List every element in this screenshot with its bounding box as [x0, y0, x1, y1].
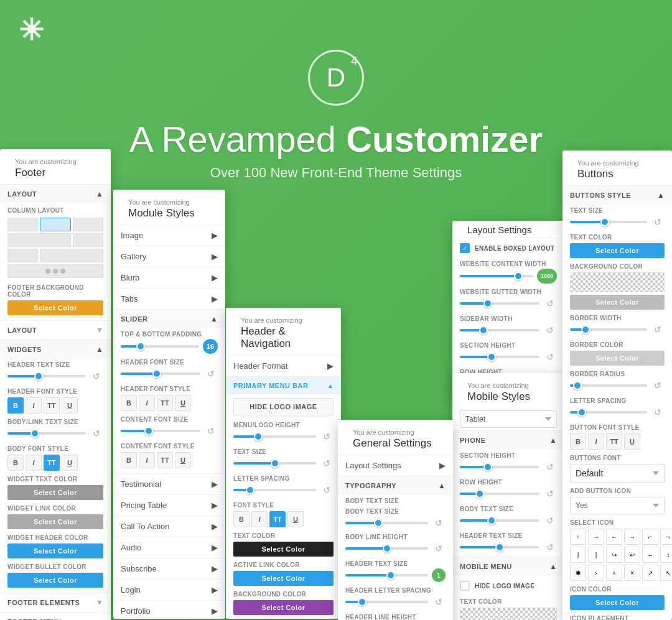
menu-logo-height-reset[interactable]: ↺ [320, 430, 334, 443]
general-typography-section[interactable]: Typography ▲ [338, 476, 453, 495]
body-font-btn-italic[interactable]: I [26, 455, 42, 471]
icon-arrow-up[interactable]: ↑ [570, 529, 586, 545]
header-nav-text-size-reset[interactable]: ↺ [320, 456, 334, 470]
icon-horiz-arr[interactable]: ↔ [642, 547, 658, 563]
module-content-font-size-reset[interactable]: ↺ [204, 424, 218, 438]
buttons-border-radius-slider[interactable] [570, 384, 647, 387]
font-btn-tt[interactable]: TT [44, 397, 60, 414]
header-nav-letter-spacing-slider[interactable] [233, 489, 316, 491]
buttons-letter-spacing-reset[interactable]: ↺ [651, 405, 665, 419]
add-button-icon-select[interactable]: Yes [570, 497, 665, 514]
btn-font-btn-bold[interactable]: B [570, 433, 586, 450]
btn-font-btn-u[interactable]: U [624, 433, 640, 450]
module-font-btn-bold[interactable]: B [121, 395, 137, 411]
buttons-border-width-reset[interactable]: ↺ [651, 323, 665, 336]
website-gutter-width-reset[interactable]: ↺ [543, 297, 557, 310]
footer-menu-section[interactable]: Footer Menu ▼ [0, 612, 111, 620]
footer-layout2-section[interactable]: Layout ▼ [0, 320, 111, 340]
icon-cross[interactable]: × [624, 565, 640, 581]
mobile-row-height-slider[interactable] [460, 493, 539, 495]
buttons-bg-color-btn[interactable]: Select Color [570, 295, 665, 310]
icon-angle-left[interactable]: ¬ [660, 529, 672, 545]
general-header-text-size-slider[interactable] [345, 574, 428, 576]
body-font-btn-tt[interactable]: TT [44, 455, 60, 471]
layout-section-height-reset[interactable]: ↺ [543, 350, 557, 364]
general-header-letter-spacing-slider[interactable] [345, 601, 428, 603]
icon-arrow-right2[interactable]: → [624, 529, 640, 545]
layout-thumb-3[interactable] [73, 218, 103, 231]
icon-chevron-r[interactable]: › [588, 565, 604, 581]
icon-angle-right[interactable]: ⌐ [642, 529, 658, 545]
module-tabs[interactable]: Tabs ▶ [113, 288, 225, 309]
layout-thumb-2[interactable] [40, 218, 70, 231]
icon-pipe[interactable]: | [588, 547, 604, 563]
widget-header-color-btn[interactable]: Select Color [7, 544, 103, 558]
primary-menu-bar-section[interactable]: Primary Menu Bar ▲ [226, 376, 341, 394]
header-nav-letter-spacing-reset[interactable]: ↺ [320, 483, 334, 497]
module-header-font-size-reset[interactable]: ↺ [204, 367, 218, 381]
enable-boxed-layout-checkbox[interactable]: ✓ [460, 243, 470, 253]
module-font-btn-tt[interactable]: TT [157, 395, 173, 411]
layout-thumb-4[interactable] [7, 233, 71, 247]
icon-asterisk[interactable]: ✱ [570, 565, 586, 581]
icon-step-right[interactable]: ↪ [606, 547, 622, 563]
header-nav-text-size-slider[interactable] [233, 462, 316, 465]
icon-up-left[interactable]: ↖ [660, 565, 672, 581]
module-content-font-btn-italic[interactable]: I [139, 452, 155, 468]
buttons-font-select[interactable]: Default [570, 464, 665, 483]
module-audio[interactable]: Audio ▶ [113, 537, 225, 558]
layout-thumb-1[interactable] [7, 218, 38, 231]
general-layout-settings-row[interactable]: Layout Settings ▶ [338, 455, 453, 476]
mobile-body-text-size-reset[interactable]: ↺ [543, 514, 557, 527]
module-image[interactable]: Image ▶ [113, 224, 225, 246]
icon-step-left[interactable]: ↩ [624, 547, 640, 563]
top-bottom-padding-slider[interactable] [121, 345, 199, 348]
buttons-border-width-slider[interactable] [570, 328, 647, 331]
footer-bg-color-btn[interactable]: Select Color [7, 300, 103, 315]
body-font-btn-u[interactable]: U [62, 455, 78, 471]
footer-elements-section[interactable]: Footer Elements ▼ [0, 593, 111, 612]
enable-boxed-layout-row[interactable]: ✓ ENABLE BOXED LAYOUT [452, 238, 564, 258]
header-nav-font-btn-u[interactable]: U [287, 511, 304, 527]
widget-link-color-btn[interactable]: Select Color [7, 514, 103, 529]
footer-widgets-section[interactable]: Widgets ▲ [0, 340, 111, 359]
font-btn-bold[interactable]: B [7, 397, 24, 414]
mobile-header-text-size-slider[interactable] [460, 546, 539, 548]
module-slider-section[interactable]: Slider ▲ [113, 309, 225, 328]
mobile-section-height-reset[interactable]: ↺ [543, 460, 557, 474]
buttons-border-color-btn[interactable]: Select Color [570, 351, 665, 366]
font-btn-italic[interactable]: I [26, 397, 42, 414]
general-body-text-size2-slider[interactable] [345, 522, 428, 524]
icon-arrow-right[interactable]: → [588, 529, 604, 545]
header-nav-font-btn-tt[interactable]: TT [269, 511, 286, 527]
module-content-font-size-slider[interactable] [121, 430, 200, 432]
module-content-font-btn-tt[interactable]: TT [157, 452, 173, 468]
icon-up-right[interactable]: ↗ [642, 565, 658, 581]
general-body-text-size2-reset[interactable]: ↺ [432, 516, 446, 530]
header-text-size-slider[interactable] [7, 375, 86, 377]
module-subscribe[interactable]: Subscribe ▶ [113, 558, 225, 579]
module-call-to-action[interactable]: Call To Action ▶ [113, 516, 225, 537]
buttons-text-color-btn[interactable]: Select Color [570, 243, 665, 258]
header-text-size-reset[interactable]: ↺ [90, 369, 103, 383]
footer-layout-section[interactable]: Layout ▲ [0, 184, 111, 203]
layout-thumb-7[interactable] [40, 249, 103, 262]
layout-section-height-slider[interactable] [460, 356, 539, 358]
icon-dash[interactable]: | [570, 547, 586, 563]
widget-bullet-color-btn[interactable]: Select Color [7, 573, 103, 588]
body-font-btn-bold[interactable]: B [7, 455, 24, 471]
mobile-body-text-size-slider[interactable] [460, 519, 539, 522]
module-content-font-btn-u[interactable]: U [175, 452, 191, 468]
layout-thumb-6[interactable] [7, 249, 38, 262]
sidebar-width-slider[interactable] [460, 329, 539, 331]
phone-section[interactable]: Phone ▲ [452, 430, 564, 450]
icon-plus[interactable]: + [606, 565, 622, 581]
website-content-width-slider[interactable] [460, 275, 533, 277]
header-nav-bg-color-btn[interactable]: Select Color [233, 600, 334, 615]
mobile-hide-logo-checkbox[interactable] [460, 581, 470, 591]
module-login[interactable]: Login ▶ [113, 579, 225, 600]
body-text-size-slider[interactable] [7, 432, 86, 435]
module-header-font-size-slider[interactable] [121, 372, 200, 375]
header-nav-font-btn-italic[interactable]: I [251, 511, 268, 527]
module-portfolio[interactable]: Portfolio ▶ [113, 600, 225, 619]
